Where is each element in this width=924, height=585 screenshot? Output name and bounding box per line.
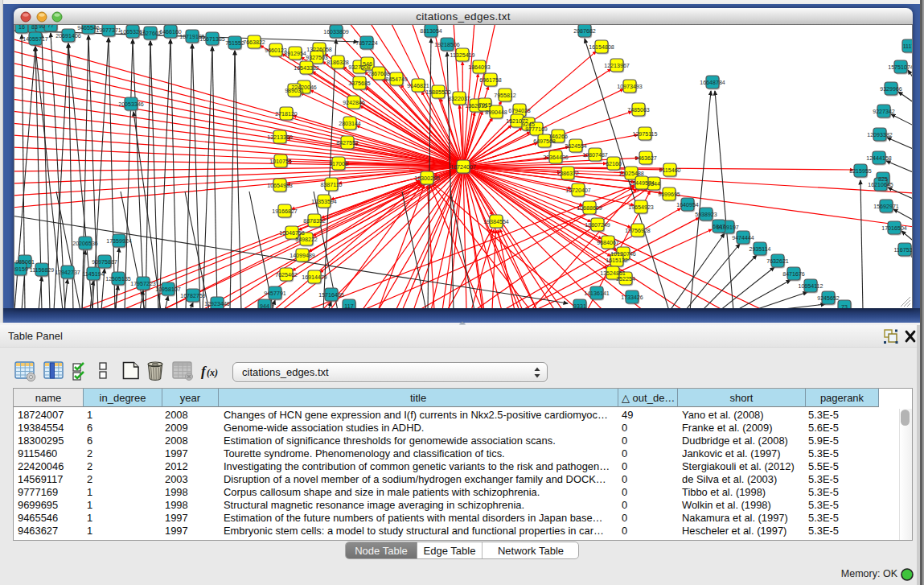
svg-text:1640954: 1640954 xyxy=(676,202,699,208)
svg-text:17359924: 17359924 xyxy=(106,238,132,245)
svg-text:2803144: 2803144 xyxy=(339,121,361,127)
svg-text:117: 117 xyxy=(344,303,353,308)
svg-text:19977371: 19977371 xyxy=(96,27,121,34)
svg-text:10958107: 10958107 xyxy=(155,286,181,293)
svg-text:12353594: 12353594 xyxy=(311,199,337,205)
svg-text:917006: 917006 xyxy=(329,161,348,167)
svg-text:12213369: 12213369 xyxy=(267,134,293,141)
svg-text:9331: 9331 xyxy=(573,303,586,308)
svg-text:3375685: 3375685 xyxy=(348,80,371,87)
svg-text:9329966: 9329966 xyxy=(880,86,902,93)
svg-text:8813054: 8813054 xyxy=(420,28,442,35)
svg-text:5498222: 5498222 xyxy=(295,237,318,243)
svg-text:1733426: 1733426 xyxy=(621,295,643,301)
svg-text:8878352: 8878352 xyxy=(303,218,326,225)
svg-text:14055717: 14055717 xyxy=(23,36,48,43)
svg-text:9457791: 9457791 xyxy=(264,290,286,297)
svg-text:39159: 39159 xyxy=(14,266,28,273)
svg-text:9684067: 9684067 xyxy=(597,240,619,246)
svg-text:16033809: 16033809 xyxy=(323,29,349,35)
svg-text:73: 73 xyxy=(841,304,848,308)
svg-text:8471676: 8471676 xyxy=(782,271,805,278)
svg-text:8454749: 8454749 xyxy=(385,76,408,83)
svg-text:3624554: 3624554 xyxy=(565,143,587,150)
svg-text:8186328: 8186328 xyxy=(326,60,349,66)
svg-text:90: 90 xyxy=(39,25,45,30)
svg-text:15716485: 15716485 xyxy=(318,292,344,299)
svg-text:15720407: 15720407 xyxy=(565,187,591,194)
svg-text:8912954: 8912954 xyxy=(284,51,306,57)
svg-text:12444158: 12444158 xyxy=(866,155,892,162)
svg-text:14136141: 14136141 xyxy=(584,290,610,297)
svg-text:9227342: 9227342 xyxy=(873,109,895,115)
svg-text:62160: 62160 xyxy=(606,161,622,167)
svg-text:16543382: 16543382 xyxy=(294,65,319,72)
svg-text:8387110: 8387110 xyxy=(320,182,342,188)
svg-text:15751074: 15751074 xyxy=(888,64,913,71)
svg-text:751552: 751552 xyxy=(225,40,244,47)
svg-text:8427552: 8427552 xyxy=(336,140,359,146)
svg-text:2935114: 2935114 xyxy=(749,246,770,253)
svg-text:10654112: 10654112 xyxy=(798,283,823,290)
svg-text:8215955: 8215955 xyxy=(849,168,872,175)
svg-text:16: 16 xyxy=(18,25,25,31)
svg-text:12942737: 12942737 xyxy=(55,270,80,276)
svg-text:9146821: 9146821 xyxy=(407,83,429,89)
svg-text:10046758: 10046758 xyxy=(279,230,305,237)
svg-text:546: 546 xyxy=(363,61,372,68)
svg-text:77: 77 xyxy=(47,25,54,29)
svg-text:(x): (x) xyxy=(207,367,218,378)
svg-text:8990448: 8990448 xyxy=(485,109,507,116)
svg-text:1145194: 1145194 xyxy=(82,271,104,278)
svg-text:985061: 985061 xyxy=(15,259,35,266)
svg-text:12975115: 12975115 xyxy=(632,131,657,138)
svg-text:2087682: 2087682 xyxy=(573,28,596,35)
svg-text:11156829: 11156829 xyxy=(30,267,55,274)
svg-text:944: 944 xyxy=(260,303,269,308)
svg-text:19218506: 19218506 xyxy=(434,42,460,48)
svg-text:83: 83 xyxy=(31,25,38,31)
svg-text:16782759: 16782759 xyxy=(180,293,206,299)
svg-text:12505135: 12505135 xyxy=(105,276,131,282)
svg-text:18449574: 18449574 xyxy=(629,180,655,187)
svg-text:20691406: 20691406 xyxy=(55,33,81,39)
svg-text:15692971: 15692971 xyxy=(873,204,899,210)
svg-text:10654983: 10654983 xyxy=(267,183,293,189)
svg-text:989031: 989031 xyxy=(285,88,304,94)
svg-text:20206536: 20206536 xyxy=(72,241,98,247)
svg-text:10688609: 10688609 xyxy=(577,205,602,212)
svg-text:16914479: 16914479 xyxy=(302,274,327,281)
svg-text:13226058: 13226058 xyxy=(306,47,332,53)
svg-text:7485063: 7485063 xyxy=(627,107,650,113)
svg-text:16671385: 16671385 xyxy=(199,36,225,43)
svg-text:12093382: 12093382 xyxy=(867,132,893,138)
svg-text:18807249: 18807249 xyxy=(585,222,610,229)
svg-text:20364436: 20364436 xyxy=(543,154,569,161)
svg-text:20053346: 20053346 xyxy=(118,101,144,108)
svg-text:17016504: 17016504 xyxy=(881,225,907,232)
svg-text:90975887: 90975887 xyxy=(92,259,117,266)
svg-text:6961758: 6961758 xyxy=(479,77,502,84)
svg-text:19654923: 19654923 xyxy=(628,204,654,211)
svg-text:9463627: 9463627 xyxy=(634,155,657,162)
svg-text:9115460: 9115460 xyxy=(659,167,680,174)
svg-text:12923446: 12923446 xyxy=(204,301,230,307)
svg-text:7632621: 7632621 xyxy=(766,258,789,265)
svg-text:1615132: 1615132 xyxy=(606,257,628,264)
svg-text:9242846: 9242846 xyxy=(343,100,365,106)
svg-text:10025488: 10025488 xyxy=(618,171,644,177)
svg-text:1864093: 1864093 xyxy=(468,64,491,71)
svg-text:9474444: 9474444 xyxy=(732,235,754,241)
svg-text:1527602: 1527602 xyxy=(139,31,162,37)
svg-text:11325419: 11325419 xyxy=(450,52,474,59)
svg-text:9327503: 9327503 xyxy=(306,55,328,61)
svg-text:19756928: 19756928 xyxy=(625,228,651,234)
svg-text:1167533: 1167533 xyxy=(893,247,913,253)
svg-text:9245652: 9245652 xyxy=(817,295,840,302)
svg-text:19384554: 19384554 xyxy=(483,219,509,225)
svg-text:7625402: 7625402 xyxy=(275,272,298,278)
svg-text:12213967: 12213967 xyxy=(604,63,630,69)
svg-text:16648784: 16648784 xyxy=(700,80,725,86)
svg-text:9777169: 9777169 xyxy=(525,126,548,133)
svg-text:18724007: 18724007 xyxy=(450,164,476,171)
